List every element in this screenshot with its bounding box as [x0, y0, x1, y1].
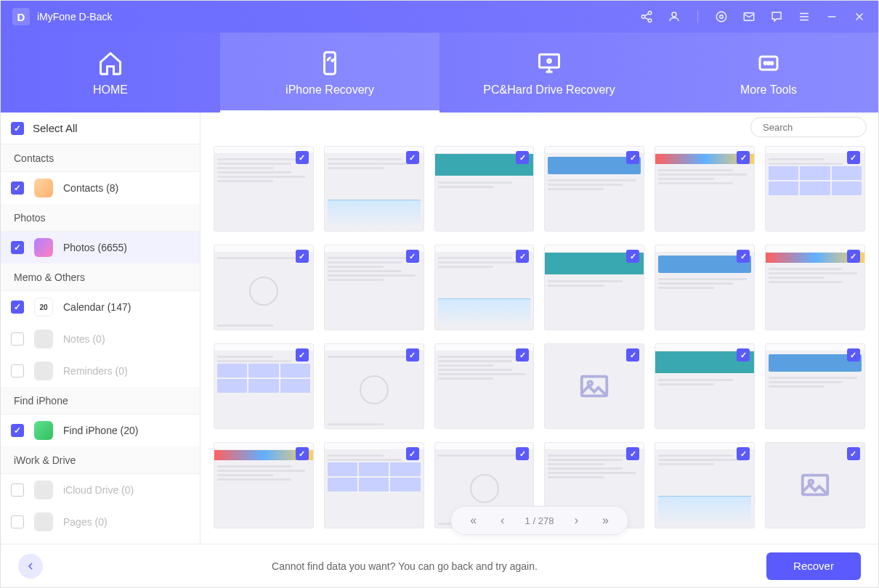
thumbnail-checkbox[interactable]	[406, 250, 419, 263]
thumbnail-checkbox[interactable]	[626, 151, 639, 164]
minimize-icon[interactable]	[825, 9, 839, 24]
photo-thumbnail[interactable]	[324, 146, 424, 232]
photo-thumbnail[interactable]	[655, 442, 755, 528]
thumbnail-checkbox[interactable]	[737, 348, 750, 362]
nav-tab-iphone-recovery[interactable]: iPhone Recovery	[220, 33, 440, 113]
photo-thumbnail[interactable]	[324, 245, 424, 330]
item-checkbox[interactable]	[11, 332, 24, 346]
thumbnail-checkbox[interactable]	[737, 250, 750, 263]
select-all-row[interactable]: Select All	[1, 113, 200, 144]
nav-tab-label: More Tools	[740, 83, 797, 97]
feedback-icon[interactable]	[769, 9, 784, 24]
photo-thumbnail[interactable]	[765, 245, 865, 330]
menu-icon[interactable]	[797, 9, 811, 24]
item-checkbox[interactable]	[11, 483, 24, 497]
photo-thumbnail[interactable]	[655, 146, 755, 232]
settings-icon[interactable]	[714, 9, 729, 24]
photo-thumbnail[interactable]	[324, 442, 424, 528]
thumbnail-checkbox[interactable]	[296, 250, 309, 263]
svg-point-5	[720, 15, 724, 19]
item-checkbox[interactable]	[11, 181, 24, 195]
thumbnail-checkbox[interactable]	[516, 151, 529, 164]
svg-point-3	[672, 12, 676, 17]
thumbnail-checkbox[interactable]	[516, 447, 529, 460]
item-checkbox[interactable]	[11, 301, 24, 314]
sidebar-item-icloud[interactable]: iCloud Drive (0)	[1, 474, 200, 506]
thumbnail-checkbox[interactable]	[737, 447, 750, 460]
mail-icon[interactable]	[742, 9, 756, 24]
sidebar-item-photos[interactable]: Photos (6655)	[1, 232, 200, 264]
photo-thumbnail[interactable]	[655, 245, 755, 330]
thumbnail-checkbox[interactable]	[847, 151, 860, 164]
thumbnail-checkbox[interactable]	[516, 250, 529, 263]
thumbnail-checkbox[interactable]	[626, 447, 639, 460]
photo-thumbnail[interactable]	[324, 343, 424, 429]
pagination-prev-button[interactable]: ‹	[496, 514, 509, 527]
photo-thumbnail[interactable]	[214, 442, 314, 528]
photo-thumbnail[interactable]	[214, 146, 314, 232]
photo-thumbnail[interactable]	[544, 343, 644, 429]
thumbnail-checkbox[interactable]	[626, 250, 639, 263]
footer: Cannot find data you want? You can go ba…	[1, 544, 878, 587]
sidebar-item-contacts[interactable]: Contacts (8)	[1, 172, 200, 204]
sidebar-item-findiphone[interactable]: Find iPhone (20)	[1, 415, 200, 446]
search-input[interactable]	[763, 122, 878, 133]
thumbnail-checkbox[interactable]	[406, 348, 419, 362]
photo-thumbnail[interactable]	[765, 146, 865, 232]
photo-thumbnail[interactable]	[765, 442, 865, 528]
item-label: Calendar (147)	[63, 301, 131, 313]
item-label: iCloud Drive (0)	[63, 484, 134, 496]
select-all-checkbox[interactable]	[11, 122, 24, 135]
thumbnail-checkbox[interactable]	[847, 250, 860, 263]
thumbnail-checkbox[interactable]	[626, 348, 639, 362]
item-checkbox[interactable]	[11, 241, 24, 254]
search-box[interactable]	[750, 117, 867, 137]
sidebar-item-notes[interactable]: Notes (0)	[1, 323, 200, 355]
item-checkbox[interactable]	[11, 515, 24, 528]
photo-thumbnail[interactable]	[655, 343, 755, 429]
svg-rect-8	[540, 54, 559, 68]
back-button[interactable]	[18, 554, 43, 579]
recover-button[interactable]: Recover	[766, 552, 861, 580]
item-label: Photos (6655)	[63, 242, 127, 253]
photo-thumbnail[interactable]	[544, 146, 644, 232]
photo-thumbnail[interactable]	[434, 146, 535, 232]
thumbnail-checkbox[interactable]	[296, 151, 309, 164]
app-logo: D	[12, 8, 30, 25]
thumbnail-checkbox[interactable]	[737, 151, 750, 164]
pagination-last-button[interactable]: »	[599, 514, 612, 527]
main-nav: HOME iPhone Recovery PC&Hard Drive Recov…	[1, 33, 878, 113]
thumbnail-checkbox[interactable]	[847, 348, 860, 362]
thumbnail-checkbox[interactable]	[406, 447, 419, 460]
icloud-icon	[34, 481, 53, 499]
nav-tab-home[interactable]: HOME	[1, 33, 220, 113]
account-icon[interactable]	[667, 9, 681, 24]
photo-thumbnail[interactable]	[214, 343, 314, 429]
nav-tab-more-tools[interactable]: More Tools	[659, 33, 878, 113]
pagination-text: 1 / 278	[525, 515, 554, 526]
sidebar-item-reminders[interactable]: Reminders (0)	[1, 355, 200, 387]
item-checkbox[interactable]	[11, 364, 24, 377]
pagination-first-button[interactable]: «	[467, 514, 480, 527]
section-header-photos: Photos	[1, 204, 200, 232]
item-checkbox[interactable]	[11, 424, 24, 437]
photo-thumbnail[interactable]	[214, 245, 314, 330]
nav-tab-pc-recovery[interactable]: PC&Hard Drive Recovery	[440, 33, 659, 113]
close-icon[interactable]	[852, 9, 867, 24]
thumbnail-checkbox[interactable]	[296, 447, 309, 460]
phone-recovery-icon	[315, 49, 344, 78]
thumbnail-checkbox[interactable]	[516, 348, 529, 362]
nav-tab-label: iPhone Recovery	[285, 83, 374, 97]
share-icon[interactable]	[639, 9, 654, 24]
photo-thumbnail[interactable]	[434, 245, 535, 330]
thumbnail-checkbox[interactable]	[406, 151, 419, 164]
photo-thumbnail[interactable]	[544, 245, 644, 330]
pagination-next-button[interactable]: ›	[570, 514, 583, 527]
photo-thumbnail[interactable]	[434, 343, 535, 429]
sidebar-item-calendar[interactable]: 20 Calendar (147)	[1, 291, 200, 323]
thumbnail-checkbox[interactable]	[847, 447, 860, 460]
photo-thumbnail[interactable]	[765, 343, 865, 429]
sidebar-item-pages[interactable]: Pages (0)	[1, 506, 200, 538]
thumbnail-checkbox[interactable]	[296, 348, 309, 362]
photo-grid-scroll[interactable]: « ‹ 1 / 278 › »	[200, 142, 878, 544]
